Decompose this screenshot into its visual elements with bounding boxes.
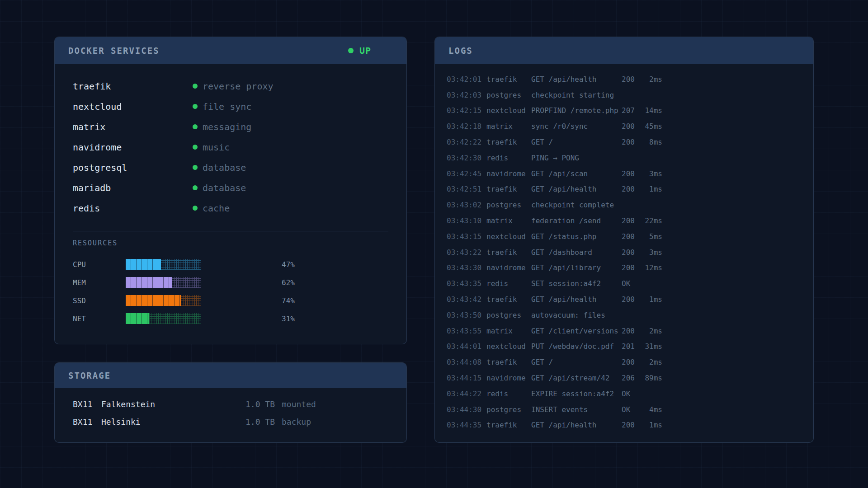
service-status-dot-icon xyxy=(193,104,198,109)
service-status-dot-icon xyxy=(193,145,198,150)
log-row: 03:42:03 postgres checkpoint starting xyxy=(447,87,813,103)
log-timestamp: 03:43:35 xyxy=(447,279,486,288)
logs-title: LOGS xyxy=(448,46,473,56)
log-service: nextcloud xyxy=(486,342,531,351)
log-service: redis xyxy=(486,154,531,162)
log-status-code: 201 xyxy=(622,342,642,351)
log-status-code: 200 xyxy=(622,358,642,366)
log-entries-list[interactable]: 03:42:01 traefik GET /api/health 200 2ms… xyxy=(435,64,813,433)
service-row: redis cache xyxy=(73,198,388,218)
service-name: postgresql xyxy=(73,162,193,173)
log-message: GET /api/health xyxy=(531,421,622,429)
service-row: nextcloud file sync xyxy=(73,96,388,117)
log-service: traefik xyxy=(486,75,531,84)
log-service: matrix xyxy=(486,122,531,131)
log-status-code: 200 xyxy=(622,295,642,304)
resource-label: NET xyxy=(73,314,126,323)
log-timestamp: 03:43:42 xyxy=(447,295,486,304)
log-status-code: 200 xyxy=(622,248,642,257)
service-status-dot-icon xyxy=(193,84,198,89)
log-row: 03:44:01 nextcloud PUT /webdav/doc.pdf 2… xyxy=(447,339,813,355)
drive-row: BX11 Helsinki 1.0 TB backup xyxy=(73,413,388,431)
log-status-code: 200 xyxy=(622,327,642,335)
log-latency: 1ms xyxy=(642,295,662,304)
log-message: GET /status.php xyxy=(531,232,622,241)
log-message: sync /r0/sync xyxy=(531,122,622,131)
log-service: postgres xyxy=(486,311,531,319)
resource-row: SSD 74% xyxy=(73,291,388,310)
log-service: postgres xyxy=(486,201,531,209)
log-status-code: 200 xyxy=(622,263,642,272)
docker-services-header: DOCKER SERVICES UP xyxy=(55,37,406,64)
log-latency: 1ms xyxy=(642,421,662,429)
drive-model: BX11 xyxy=(73,399,101,409)
log-message: GET /api/library xyxy=(531,263,622,272)
log-timestamp: 03:42:30 xyxy=(447,154,486,162)
log-message: federation /send xyxy=(531,216,622,225)
service-name: navidrome xyxy=(73,142,193,153)
log-row: 03:43:50 postgres autovacuum: files xyxy=(447,307,813,323)
log-timestamp: 03:43:30 xyxy=(447,263,486,272)
log-service: redis xyxy=(486,279,531,288)
docker-services-title: DOCKER SERVICES xyxy=(68,46,160,56)
log-message: PROPFIND /remote.php xyxy=(531,106,622,115)
service-description: file sync xyxy=(203,101,251,112)
service-description: cache xyxy=(203,203,230,214)
service-status-dot-icon xyxy=(193,185,198,190)
service-row: traefik reverse proxy xyxy=(73,76,388,96)
service-description: music xyxy=(203,142,230,153)
log-latency: 5ms xyxy=(642,232,662,241)
service-status-dot-icon xyxy=(193,165,198,170)
service-row: navidrome music xyxy=(73,137,388,157)
log-row: 03:43:10 matrix federation /send 200 22m… xyxy=(447,213,813,229)
resource-usage-bar xyxy=(126,277,201,288)
service-name: matrix xyxy=(73,122,193,132)
log-timestamp: 03:44:35 xyxy=(447,421,486,429)
resources-heading: RESOURCES xyxy=(73,239,388,248)
log-latency: 2ms xyxy=(642,327,662,335)
log-timestamp: 03:44:01 xyxy=(447,342,486,351)
service-description: database xyxy=(203,162,246,173)
log-message: GET /client/versions xyxy=(531,327,622,335)
log-timestamp: 03:42:22 xyxy=(447,138,486,146)
log-status-code: 206 xyxy=(622,374,642,382)
log-timestamp: 03:43:15 xyxy=(447,232,486,241)
resource-usage-bar xyxy=(126,295,201,306)
log-service: traefik xyxy=(486,421,531,429)
log-status-code: 200 xyxy=(622,122,642,131)
log-latency: 8ms xyxy=(642,138,662,146)
resource-usage-bar xyxy=(126,259,201,270)
log-timestamp: 03:42:45 xyxy=(447,169,486,178)
log-row: 03:43:30 navidrome GET /api/library 200 … xyxy=(447,260,813,276)
log-status-code: 200 xyxy=(622,216,642,225)
log-row: 03:42:18 matrix sync /r0/sync 200 45ms xyxy=(447,118,813,134)
log-service: navidrome xyxy=(486,169,531,178)
log-latency: 14ms xyxy=(642,106,662,115)
log-row: 03:44:15 navidrome GET /api/stream/42 20… xyxy=(447,370,813,386)
resource-percent: 74% xyxy=(282,296,295,305)
log-service: redis xyxy=(486,389,531,398)
log-latency: 12ms xyxy=(642,263,662,272)
resource-row: NET 31% xyxy=(73,310,388,328)
storage-header: STORAGE xyxy=(55,363,406,388)
log-message: checkpoint complete xyxy=(531,201,622,209)
logs-header: LOGS xyxy=(435,37,813,64)
storage-title: STORAGE xyxy=(68,371,111,380)
log-status-code: 200 xyxy=(622,138,642,146)
log-service: navidrome xyxy=(486,263,531,272)
status-up-dot-icon xyxy=(348,48,354,53)
log-row: 03:43:55 matrix GET /client/versions 200… xyxy=(447,323,813,339)
resource-bar-fill xyxy=(126,313,149,324)
log-timestamp: 03:44:22 xyxy=(447,389,486,398)
log-message: GET /dashboard xyxy=(531,248,622,257)
resource-row: CPU 47% xyxy=(73,255,388,273)
service-name: traefik xyxy=(73,81,193,92)
section-divider xyxy=(73,231,388,231)
log-row: 03:42:30 redis PING → PONG xyxy=(447,150,813,166)
homelab-dashboard: { "theme": { "page_bg": "#0b1120", "card… xyxy=(0,0,868,488)
log-status-code: OK xyxy=(622,405,642,414)
log-row: 03:44:30 postgres INSERT events OK 4ms xyxy=(447,402,813,418)
drives-list: BX11 Falkenstein 1.0 TB mounted BX11 Hel… xyxy=(55,388,406,431)
resource-percent: 31% xyxy=(282,314,295,323)
resource-percent: 62% xyxy=(282,278,295,287)
